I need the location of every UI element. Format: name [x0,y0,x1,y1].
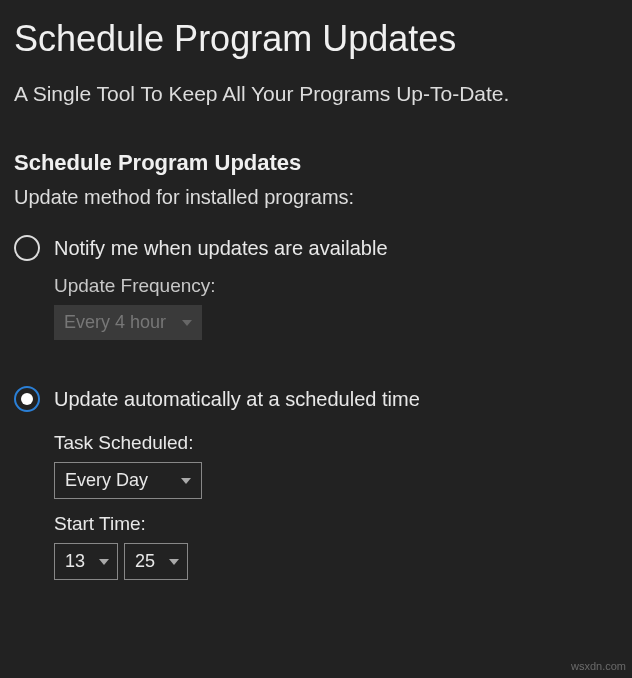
frequency-label: Update Frequency: [54,275,618,297]
page-title: Schedule Program Updates [14,18,618,60]
start-hour-dropdown[interactable]: 13 [54,543,118,580]
radio-notify[interactable] [14,235,40,261]
radio-auto[interactable] [14,386,40,412]
frequency-value: Every 4 hour [64,312,166,333]
update-method-label: Update method for installed programs: [14,186,618,209]
radio-row-notify[interactable]: Notify me when updates are available [14,235,618,261]
chevron-down-icon [182,320,192,326]
task-scheduled-dropdown[interactable]: Every Day [54,462,202,499]
watermark: wsxdn.com [571,660,626,672]
section-title: Schedule Program Updates [14,150,618,176]
frequency-dropdown: Every 4 hour [54,305,202,340]
radio-row-auto[interactable]: Update automatically at a scheduled time [14,386,618,412]
chevron-down-icon [169,559,179,565]
chevron-down-icon [99,559,109,565]
radio-notify-label: Notify me when updates are available [54,237,388,260]
start-hour-value: 13 [65,551,85,572]
page-subtitle: A Single Tool To Keep All Your Programs … [14,82,618,106]
start-minute-dropdown[interactable]: 25 [124,543,188,580]
radio-auto-label: Update automatically at a scheduled time [54,388,420,411]
task-scheduled-value: Every Day [65,470,148,491]
task-scheduled-label: Task Scheduled: [54,432,618,454]
start-minute-value: 25 [135,551,155,572]
start-time-label: Start Time: [54,513,618,535]
chevron-down-icon [181,478,191,484]
